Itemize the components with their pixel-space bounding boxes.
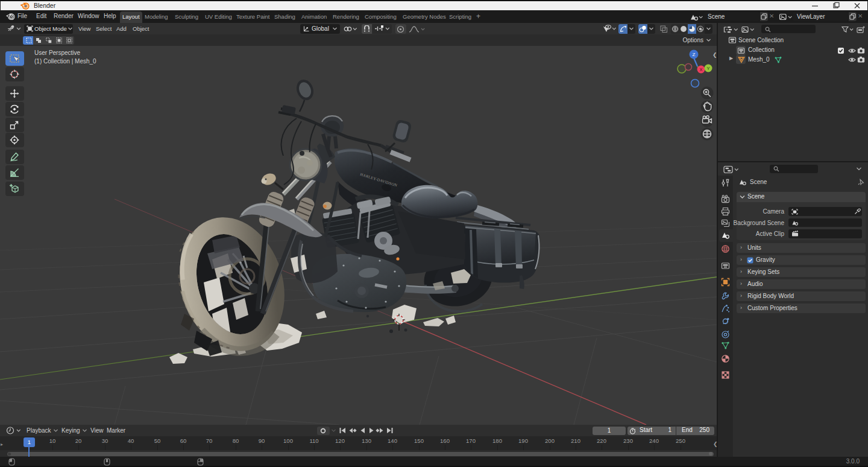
svg-text:Z: Z (693, 52, 696, 57)
svg-text:X: X (699, 67, 702, 72)
svg-text:Y: Y (706, 66, 709, 71)
